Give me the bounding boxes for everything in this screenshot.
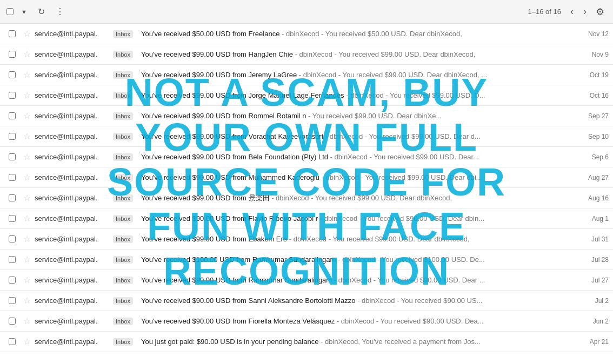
snippet-text: - dbinXecod - You received $90.00 USD. D… (335, 317, 483, 325)
row-checkbox[interactable] (9, 71, 16, 78)
star-icon[interactable]: ☆ (23, 193, 31, 203)
table-row[interactable]: ☆ service@intl.paypal. Inbox You've rece… (0, 208, 613, 229)
star-col: ☆ (19, 193, 35, 203)
star-icon[interactable]: ☆ (23, 213, 31, 224)
subject-text: You've received $99.00 USD from Vorachat… (141, 132, 323, 140)
subject-text: You've received $90.00 USD from Sanni Al… (141, 296, 356, 305)
table-row[interactable]: ☆ service@intl.paypal. Inbox You've rece… (0, 270, 613, 291)
sender: service@intl.paypal. (35, 132, 113, 140)
date: Nov 12 (576, 30, 609, 38)
row-checkbox[interactable] (9, 215, 16, 222)
subject-text: You've received $99.00 USD from Bela Fou… (141, 153, 328, 161)
row-checkbox[interactable] (9, 277, 16, 284)
date: Sep 27 (576, 112, 609, 120)
table-row[interactable]: ☆ service@intl.paypal. Inbox You've rece… (0, 229, 613, 250)
row-checkbox[interactable] (9, 133, 16, 140)
badge-col: Inbox (113, 256, 139, 264)
table-row[interactable]: ☆ service@intl.paypal. Inbox You've rece… (0, 250, 613, 270)
row-checkbox-col (4, 30, 19, 37)
star-icon[interactable]: ☆ (23, 131, 31, 141)
row-checkbox[interactable] (9, 338, 16, 345)
star-icon[interactable]: ☆ (23, 152, 31, 162)
star-icon[interactable]: ☆ (23, 254, 31, 265)
row-checkbox[interactable] (9, 318, 16, 325)
table-row[interactable]: ☆ service@intl.paypal. Inbox You've rece… (0, 65, 613, 85)
row-checkbox[interactable] (9, 174, 16, 181)
star-col: ☆ (19, 254, 35, 265)
row-checkbox[interactable] (9, 30, 16, 37)
row-checkbox[interactable] (9, 256, 16, 263)
refresh-button[interactable]: ↻ (35, 4, 48, 19)
subject-text: You've received $99.00 USD from 景楽田 (141, 194, 270, 202)
subject-col: You've received $99.00 USD from Vorachat… (139, 132, 576, 140)
subject-col: You've received $90.00 USD from Fiorella… (139, 317, 576, 325)
row-checkbox[interactable] (9, 194, 16, 201)
table-row[interactable]: ☆ service@intl.paypal. Inbox You've rece… (0, 147, 613, 167)
select-dropdown-button[interactable]: ▼ (18, 6, 30, 17)
table-row[interactable]: ☆ service@intl.paypal. Inbox You've rece… (0, 291, 613, 311)
star-col: ☆ (19, 131, 35, 141)
next-page-button[interactable]: › (581, 5, 589, 18)
star-col: ☆ (19, 336, 35, 347)
row-checkbox[interactable] (9, 51, 16, 58)
table-row[interactable]: ☆ service@intl.paypal. Inbox You've rece… (0, 167, 613, 188)
select-all-checkbox[interactable] (6, 8, 14, 15)
subject-text: You've received $99.00 USD from Muhammed… (141, 173, 319, 181)
more-button[interactable]: ⋮ (52, 4, 68, 19)
star-icon[interactable]: ☆ (23, 336, 31, 347)
subject-text: You've received $90.00 USD from Ramkumar… (141, 276, 332, 284)
row-checkbox[interactable] (9, 297, 16, 304)
table-row[interactable]: ☆ service@intl.paypal. Inbox You've rece… (0, 85, 613, 106)
subject-text: You've received $99.00 USD from HangJen … (141, 50, 293, 58)
table-row[interactable]: ☆ service@intl.paypal. Inbox You've rece… (0, 106, 613, 126)
table-row[interactable]: ☆ service@intl.paypal. Inbox You've rece… (0, 126, 613, 147)
sender: service@intl.paypal. (35, 153, 113, 161)
snippet-text: - dbinXecod - You received $99.00 USD. D… (270, 194, 452, 202)
row-checkbox-col (4, 174, 19, 181)
table-row[interactable]: ☆ service@intl.paypal. Inbox You've rece… (0, 188, 613, 208)
star-icon[interactable]: ☆ (23, 29, 31, 39)
table-row[interactable]: ☆ service@intl.paypal. Inbox You've rece… (0, 44, 613, 65)
row-checkbox-col (4, 277, 19, 284)
star-icon[interactable]: ☆ (23, 70, 31, 80)
star-icon[interactable]: ☆ (23, 90, 31, 100)
date: Apr 21 (576, 338, 609, 346)
table-row[interactable]: ☆ service@intl.paypal. Inbox You've rece… (0, 311, 613, 332)
snippet-text: - dbinXecod - You received $99.00 USD. D… (344, 91, 485, 99)
star-icon[interactable]: ☆ (23, 275, 31, 285)
badge-col: Inbox (113, 51, 139, 58)
table-row[interactable]: ☆ service@intl.paypal. Inbox You just go… (0, 332, 613, 352)
subject-col: You've received $99.00 USD from Jorge Ma… (139, 91, 576, 99)
inbox-badge: Inbox (113, 215, 133, 223)
badge-col: Inbox (113, 235, 139, 243)
subject-col: You've received $90.00 USD from Flavio R… (139, 214, 576, 223)
inbox-badge: Inbox (113, 338, 133, 346)
sender: service@intl.paypal. (35, 235, 113, 243)
settings-button[interactable]: ⚙ (594, 4, 607, 20)
star-icon[interactable]: ☆ (23, 316, 31, 326)
row-checkbox[interactable] (9, 92, 16, 99)
star-icon[interactable]: ☆ (23, 234, 31, 244)
subject-col: You've received $90.00 USD from Ramkumar… (139, 276, 576, 284)
subject-col: You've received $99.00 USD from Rommel R… (139, 112, 576, 120)
star-icon[interactable]: ☆ (23, 111, 31, 121)
sender: service@intl.paypal. (35, 276, 113, 284)
star-icon[interactable]: ☆ (23, 295, 31, 306)
subject-text: You've received $99.00 USD from Jeremy L… (141, 71, 297, 79)
badge-col: Inbox (113, 30, 139, 38)
badge-col: Inbox (113, 71, 139, 79)
date: Nov 9 (576, 51, 609, 58)
prev-page-button[interactable]: ‹ (568, 5, 576, 18)
sender: service@intl.paypal. (35, 317, 113, 325)
row-checkbox[interactable] (9, 153, 16, 160)
table-row[interactable]: ☆ service@intl.paypal. Inbox You've rece… (0, 24, 613, 44)
inbox-badge: Inbox (113, 174, 133, 181)
subject-text: You just got paid: $90.00 USD is in your… (141, 338, 318, 346)
inbox-badge: Inbox (113, 297, 133, 305)
star-icon[interactable]: ☆ (23, 49, 31, 59)
row-checkbox[interactable] (9, 235, 16, 242)
star-icon[interactable]: ☆ (23, 172, 31, 183)
row-checkbox-col (4, 133, 19, 140)
row-checkbox[interactable] (9, 112, 16, 119)
subject-col: You just got paid: $90.00 USD is in your… (139, 338, 576, 346)
